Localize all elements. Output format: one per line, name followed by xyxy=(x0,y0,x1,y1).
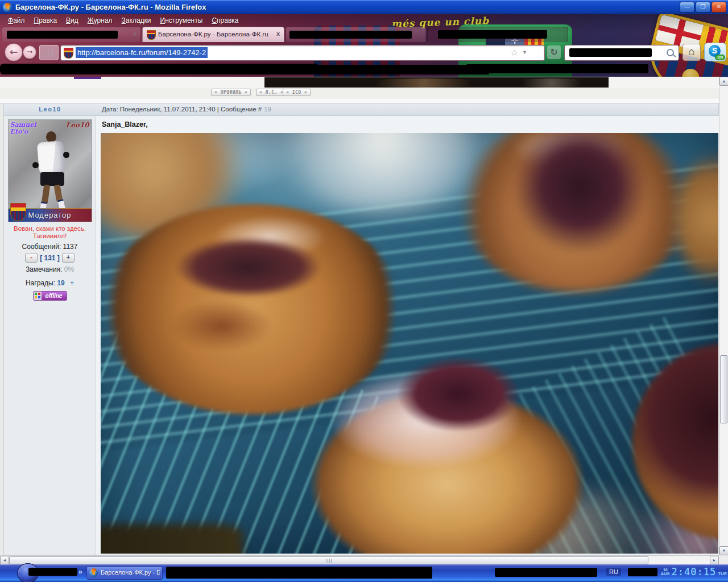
minimize-button[interactable]: — xyxy=(680,2,694,13)
menu-edit[interactable]: Правка xyxy=(30,14,62,27)
tab-1-close-icon[interactable]: x xyxy=(133,30,136,37)
firefox-icon xyxy=(3,3,12,12)
scroll-down-button[interactable]: ▼ xyxy=(719,546,728,555)
tab-strip: x Барселона-ФК.ру - Барселона-ФК.ru x xyxy=(0,27,728,42)
skype-badge: 123 xyxy=(715,55,725,60)
forum-banner-row xyxy=(0,77,719,88)
skype-extension-button[interactable]: S 123 xyxy=(704,43,726,61)
bookmark-star-icon[interactable]: ☆ xyxy=(511,48,518,58)
post-header: Leo10 Дата: Понедельник, 11.07.2011, 21:… xyxy=(4,103,718,116)
profile-buttons-row: » ПРОФИЛЬ « » Л.С. « » ICQ « xyxy=(0,88,719,98)
back-button[interactable]: ← xyxy=(5,43,23,61)
tab-title: Барселона-ФК.ру - Барселона-ФК.ru xyxy=(158,31,268,38)
scroll-up-button[interactable]: ▲ xyxy=(719,77,728,86)
profile-button[interactable]: » ПРОФИЛЬ « xyxy=(211,89,251,96)
url-bar[interactable]: http://barcelona-fc.ru/forum/149-2742-2 … xyxy=(60,45,545,61)
title-bar: Барселона-ФК.ру - Барселона-ФК.ru - Mozi… xyxy=(0,0,728,14)
scrollbar-corner xyxy=(719,555,728,564)
user-avatar: Samuel Eto'o Leo10 Модератор xyxy=(8,119,92,222)
icq-button[interactable]: » ICQ « xyxy=(283,89,311,96)
language-indicator[interactable]: RU xyxy=(606,568,621,576)
tab-favicon-barca-crest xyxy=(147,30,156,40)
forum-page: » ПРОФИЛЬ « » Л.С. « » ICQ « Leo10 Дата:… xyxy=(0,77,719,555)
reputation-value[interactable]: [ 131 ] xyxy=(40,254,60,262)
menu-tools[interactable]: Инструменты xyxy=(156,14,208,27)
firefox-icon xyxy=(89,568,98,577)
clock-day: 16 xyxy=(661,568,670,572)
close-button[interactable]: ✕ xyxy=(712,2,726,13)
banner-fragment xyxy=(74,77,101,79)
messages-count: 1137 xyxy=(63,243,78,251)
clock-time: 2:40:15 xyxy=(672,566,717,577)
post-number: 19 xyxy=(264,106,271,113)
window-title: Барселона-ФК.ру - Барселона-ФК.ru - Mozi… xyxy=(15,3,206,11)
firefox-window: Барселона-ФК.ру - Барселона-ФК.ru - Mozi… xyxy=(0,0,728,582)
home-button[interactable]: ⌂ xyxy=(682,44,701,61)
url-dropdown-icon[interactable]: ▼ xyxy=(522,49,527,55)
bookmarks-toolbar[interactable] xyxy=(0,63,728,77)
url-text-selected[interactable]: http://barcelona-fc.ru/forum/149-2742-2 xyxy=(76,47,208,58)
cinnamon-buns-photo xyxy=(101,133,718,554)
awards-count: 19 xyxy=(57,279,64,287)
site-favicon-barca-crest xyxy=(64,48,73,59)
forum-header-banner xyxy=(264,77,609,88)
taskbar: » Барселона-ФК.ру - Б... RU 16 AUG 2:40:… xyxy=(0,564,728,582)
menu-history[interactable]: Журнал xyxy=(83,14,117,27)
menu-view[interactable]: Вид xyxy=(61,14,83,27)
post-content: Sanja_Blazer, xyxy=(96,116,719,555)
avatar-caption-right: Leo10 xyxy=(66,121,89,129)
search-input[interactable] xyxy=(564,45,679,61)
mention-link[interactable]: Sanja_Blazer, xyxy=(102,120,148,128)
menu-bookmarks[interactable]: Закладки xyxy=(117,14,156,27)
horizontal-scroll-thumb[interactable] xyxy=(9,556,648,564)
clock-month: AUG xyxy=(661,572,670,576)
horizontal-scrollbar[interactable]: ◄ ► xyxy=(0,555,719,564)
reputation-minus-button[interactable]: - xyxy=(25,253,38,263)
navigation-toolbar: ← → http://barcelona-fc.ru/forum/149-274… xyxy=(0,42,728,63)
taskbar-chevron-icon[interactable]: » xyxy=(78,568,82,576)
maximize-button[interactable]: ❐ xyxy=(696,2,710,13)
remarks-value: 0% xyxy=(64,265,74,273)
awards-plus-link[interactable]: + xyxy=(70,279,74,287)
menu-bar: Файл Правка Вид Журнал Закладки Инструме… xyxy=(0,14,728,27)
tab-active-barcelona[interactable]: Барселона-ФК.ру - Барселона-ФК.ru x xyxy=(142,27,284,42)
reputation-plus-button[interactable]: + xyxy=(62,253,75,263)
tray-clock: 16 AUG 2:40:15 TUE xyxy=(661,566,727,577)
forward-button[interactable]: → xyxy=(23,45,36,59)
user-role: Модератор xyxy=(28,211,71,219)
forum-post: Leo10 Дата: Понедельник, 11.07.2011, 21:… xyxy=(3,103,719,555)
status-label: offline xyxy=(42,292,67,300)
avatar-caption-left: Samuel Eto'o xyxy=(10,122,41,135)
menu-help[interactable]: Справка xyxy=(207,14,243,27)
tab-3-censored[interactable] xyxy=(286,27,426,42)
search-icon[interactable] xyxy=(667,49,674,56)
messages-count-line: Сообщений: 1137 xyxy=(4,243,96,251)
vertical-scrollbar[interactable]: ▲ ▼ xyxy=(719,77,728,555)
vertical-scroll-thumb[interactable] xyxy=(720,355,727,423)
reputation-widget: - [ 131 ] + xyxy=(4,253,96,263)
scroll-left-button[interactable]: ◄ xyxy=(0,556,9,565)
remarks-line: Замечания: 0% xyxy=(4,265,96,273)
taskbar-firefox-button[interactable]: Барселона-ФК.ру - Б... xyxy=(86,566,163,580)
reload-button[interactable]: ↻ xyxy=(547,45,561,59)
banner-barca-crest-icon xyxy=(10,203,26,221)
tab-4-censored[interactable] xyxy=(427,27,568,42)
icq-flower-icon xyxy=(34,292,42,300)
tab-1-censored[interactable]: x xyxy=(2,27,141,42)
awards-line: Награды: 19 + xyxy=(4,279,96,287)
online-status-badge: offline xyxy=(34,292,67,300)
scroll-right-button[interactable]: ► xyxy=(710,556,719,565)
clock-weekday: TUE xyxy=(718,571,727,576)
post-date-text: Дата: Понедельник, 11.07.2011, 21:40 | С… xyxy=(102,106,262,113)
user-signature: Вован, скажи кто здесь. Тагиииилл! xyxy=(6,225,93,240)
tab-close-icon[interactable]: x xyxy=(276,30,280,37)
menu-file[interactable]: Файл xyxy=(3,14,30,27)
post-user-panel: Samuel Eto'o Leo10 Модератор xyxy=(4,116,96,555)
history-graph-button[interactable] xyxy=(39,45,59,60)
post-date-line: Дата: Понедельник, 11.07.2011, 21:40 | С… xyxy=(102,106,271,113)
post-author-link[interactable]: Leo10 xyxy=(4,106,96,113)
